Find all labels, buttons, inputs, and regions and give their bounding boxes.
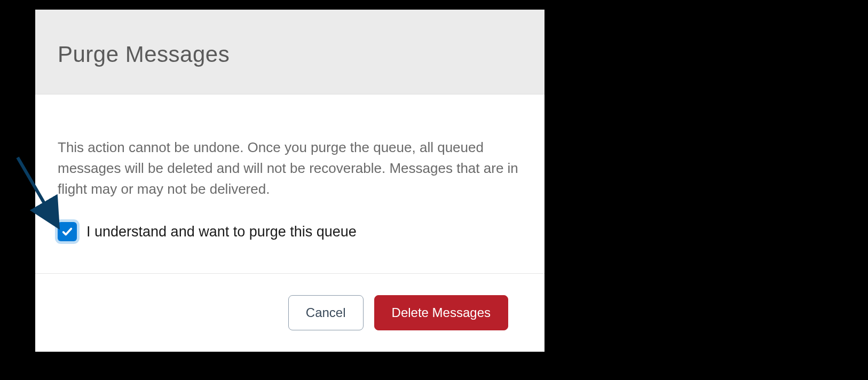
cancel-button[interactable]: Cancel bbox=[288, 295, 364, 330]
confirm-checkbox-row: I understand and want to purge this queu… bbox=[58, 222, 522, 241]
modal-title: Purge Messages bbox=[58, 42, 522, 67]
warning-text: This action cannot be undone. Once you p… bbox=[58, 137, 522, 200]
purge-messages-modal: Purge Messages This action cannot be und… bbox=[35, 10, 545, 352]
checkmark-icon bbox=[61, 226, 73, 238]
confirm-checkbox[interactable] bbox=[58, 222, 77, 241]
modal-body: This action cannot be undone. Once you p… bbox=[35, 94, 545, 274]
modal-header: Purge Messages bbox=[35, 10, 545, 94]
modal-footer: Cancel Delete Messages bbox=[35, 274, 545, 352]
delete-messages-button[interactable]: Delete Messages bbox=[374, 295, 508, 330]
confirm-checkbox-label[interactable]: I understand and want to purge this queu… bbox=[86, 224, 357, 240]
